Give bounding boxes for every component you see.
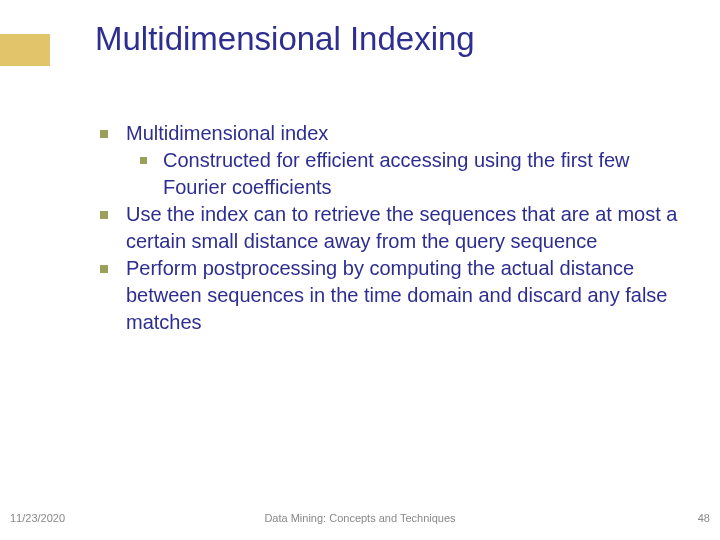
list-item: Use the index can to retrieve the sequen… — [100, 201, 690, 255]
square-bullet-icon — [100, 211, 108, 219]
slide-content: Multidimensional index Constructed for e… — [100, 120, 690, 336]
bullet-text: Multidimensional index — [126, 120, 328, 147]
bullet-text: Use the index can to retrieve the sequen… — [126, 201, 690, 255]
list-item: Multidimensional index — [100, 120, 690, 147]
bullet-text: Constructed for efficient accessing usin… — [163, 147, 690, 201]
square-bullet-icon — [100, 130, 108, 138]
list-item: Perform postprocessing by computing the … — [100, 255, 690, 336]
slide-title: Multidimensional Indexing — [95, 20, 475, 58]
footer-page-number: 48 — [698, 512, 710, 524]
title-accent-block — [0, 34, 50, 66]
bullet-text: Perform postprocessing by computing the … — [126, 255, 690, 336]
footer-center: Data Mining: Concepts and Techniques — [0, 512, 720, 524]
square-bullet-icon — [140, 157, 147, 164]
square-bullet-icon — [100, 265, 108, 273]
list-item: Constructed for efficient accessing usin… — [100, 147, 690, 201]
